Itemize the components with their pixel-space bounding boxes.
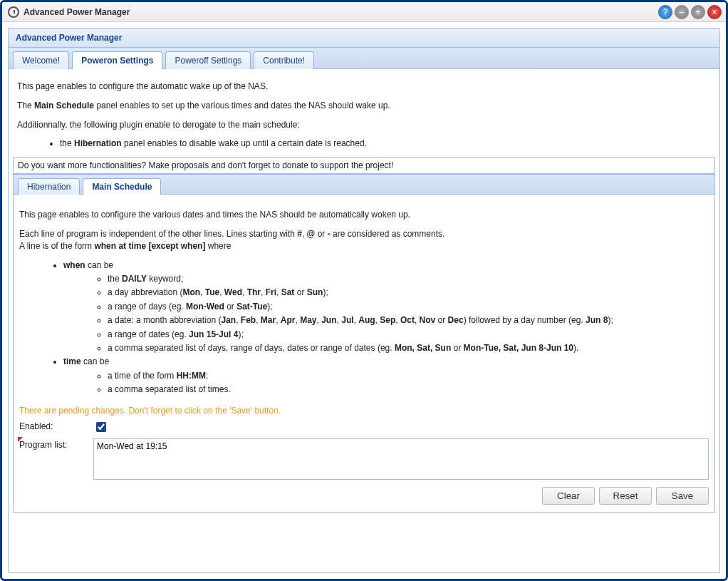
help-button[interactable]: ? — [658, 5, 672, 19]
save-button[interactable]: Save — [656, 487, 709, 505]
ms-desc-2: Each line of program is independent of t… — [19, 228, 709, 252]
intro-plugin-hibernation: the Hibernation panel enables to disable… — [60, 138, 715, 150]
main-panel: Advanced Power Manager Welcome! Poweron … — [8, 28, 720, 573]
minimize-button[interactable]: – — [675, 5, 689, 19]
tab-contribute[interactable]: Contribute! — [254, 51, 314, 69]
intro-line-3: Additionnally, the following plugin enab… — [17, 119, 711, 131]
dirty-indicator-icon — [18, 437, 23, 442]
clear-button[interactable]: Clear — [542, 487, 595, 505]
content-area: Advanced Power Manager Welcome! Poweron … — [2, 22, 726, 579]
intro-line-2: The Main Schedule panel enables to set u… — [17, 100, 711, 112]
enabled-checkbox[interactable] — [96, 422, 106, 432]
window-buttons: ? – + × — [658, 5, 722, 19]
intro-line-1: This page enables to configure the autom… — [17, 81, 711, 93]
tab-welcome[interactable]: Welcome! — [13, 51, 69, 69]
button-row: Clear Reset Save — [19, 487, 709, 505]
donate-bar: Do you want more functionalities? Make p… — [13, 157, 715, 174]
pending-changes-warning: There are pending changes. Don't forget … — [19, 406, 709, 416]
reset-button[interactable]: Reset — [599, 487, 652, 505]
top-tab-body: This page enables to configure the autom… — [9, 69, 719, 517]
programlist-row: Program list: — [19, 438, 709, 480]
ms-desc-1: This page enables to configure the vario… — [19, 209, 709, 221]
enabled-label: Enabled: — [19, 420, 93, 431]
programlist-label: Program list: — [19, 438, 93, 450]
tab-hibernation[interactable]: Hibernation — [18, 178, 80, 195]
intro-section: This page enables to configure the autom… — [13, 81, 715, 150]
maximize-button[interactable]: + — [691, 5, 705, 19]
syntax-list: when can be the DAILY keyword; a day abb… — [35, 259, 709, 396]
panel-title: Advanced Power Manager — [9, 29, 719, 48]
top-tabstrip: Welcome! Poweron Settings Poweroff Setti… — [9, 48, 719, 69]
intro-plugin-list: the Hibernation panel enables to disable… — [31, 138, 715, 150]
tab-poweroff-settings[interactable]: Poweroff Settings — [165, 51, 251, 69]
inner-tabstrip: Hibernation Main Schedule — [13, 174, 715, 195]
app-icon — [8, 6, 19, 18]
tab-poweron-settings[interactable]: Poweron Settings — [72, 51, 162, 69]
window-title: Advanced Power Manager — [24, 7, 130, 17]
enabled-row: Enabled: — [19, 420, 709, 434]
syntax-when: when can be the DAILY keyword; a day abb… — [63, 259, 709, 355]
titlebar: Advanced Power Manager ? – + × — [2, 2, 726, 22]
syntax-time: time can be a time of the form HH:MM; a … — [63, 356, 709, 396]
close-button[interactable]: × — [707, 5, 722, 19]
main-schedule-body: This page enables to configure the vario… — [13, 195, 715, 513]
app-window: Advanced Power Manager ? – + × Advanced … — [0, 0, 728, 581]
programlist-input[interactable] — [93, 438, 709, 480]
tab-main-schedule[interactable]: Main Schedule — [83, 178, 161, 195]
